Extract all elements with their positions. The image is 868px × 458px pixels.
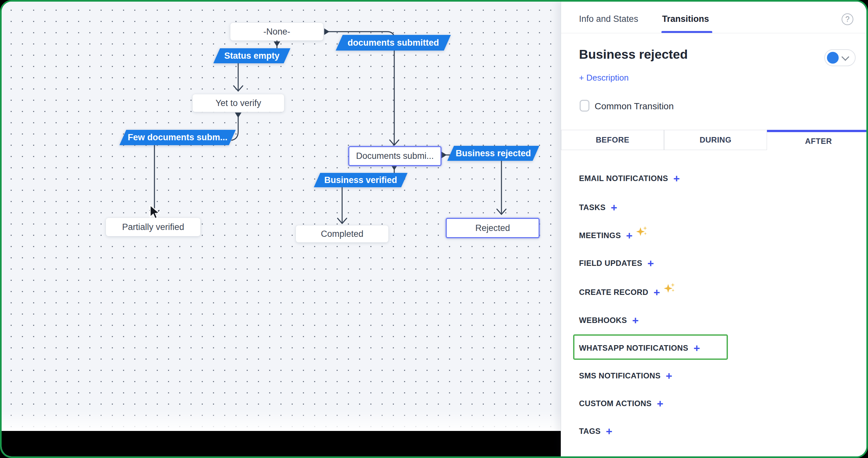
add-email-notification-button[interactable]: + xyxy=(673,174,680,182)
chevron-down-icon xyxy=(841,53,849,61)
tab-after[interactable]: AFTER xyxy=(767,130,868,150)
tab-before[interactable]: BEFORE xyxy=(561,130,664,150)
action-label: EMAIL NOTIFICATIONS xyxy=(579,174,668,183)
action-label: TASKS xyxy=(579,203,606,212)
transition-label-business-rejected[interactable]: Business rejected xyxy=(451,146,536,161)
add-webhook-button[interactable]: + xyxy=(632,316,639,324)
add-field-update-button[interactable]: + xyxy=(647,259,654,267)
transition-color-picker[interactable] xyxy=(824,49,856,66)
blueprint-canvas[interactable]: -None- Yet to verify Documents submi... … xyxy=(2,2,561,458)
action-label: WHATSAPP NOTIFICATIONS xyxy=(579,343,688,353)
action-label: TAGS xyxy=(579,427,601,436)
add-task-button[interactable]: + xyxy=(611,204,617,211)
window-frame: -None- Yet to verify Documents submi... … xyxy=(0,0,868,458)
transition-text: documents submitted xyxy=(348,38,439,48)
action-label: MEETINGS xyxy=(579,231,621,240)
tab-during[interactable]: DURING xyxy=(664,130,767,150)
action-row-sms-notifications: SMS NOTIFICATIONS + xyxy=(579,370,672,382)
action-row-tags: TAGS + xyxy=(579,425,612,437)
tab-transitions[interactable]: Transitions xyxy=(662,14,709,24)
action-label: WEBHOOKS xyxy=(579,316,627,325)
state-node-documents-submitted[interactable]: Documents submi... xyxy=(348,146,441,166)
status-color-dot xyxy=(827,52,839,64)
action-row-whatsapp-notifications: WHATSAPP NOTIFICATIONS + xyxy=(579,342,700,354)
transition-label-few-documents-submitted[interactable]: Few documents subm... xyxy=(123,130,232,145)
state-node-yet-to-verify[interactable]: Yet to verify xyxy=(192,94,284,112)
transition-label-documents-submitted[interactable]: documents submitted xyxy=(339,35,447,51)
add-whatsapp-notification-button[interactable]: + xyxy=(693,344,700,352)
action-row-field-updates: FIELD UPDATES + xyxy=(579,257,654,269)
tab-info-and-states[interactable]: Info and States xyxy=(579,14,638,24)
action-row-webhooks: WEBHOOKS + xyxy=(579,314,639,326)
mouse-cursor xyxy=(149,204,163,220)
help-icon[interactable]: ? xyxy=(842,13,853,25)
transition-label-status-empty[interactable]: Status empty xyxy=(217,48,287,63)
action-label: CUSTOM ACTIONS xyxy=(579,399,652,408)
action-label: SMS NOTIFICATIONS xyxy=(579,371,660,380)
blueprint-editor-window: -None- Yet to verify Documents submi... … xyxy=(0,0,868,458)
transition-text: Business verified xyxy=(324,175,397,185)
action-row-meetings: MEETINGS + xyxy=(579,230,648,241)
transition-settings-panel: Info and States Transitions ? Business r… xyxy=(561,2,868,458)
add-create-record-button[interactable]: + xyxy=(654,288,660,296)
sparkle-icon xyxy=(663,282,676,295)
transition-text: Few documents subm... xyxy=(128,133,227,143)
add-meeting-button[interactable]: + xyxy=(626,232,633,239)
header-divider xyxy=(561,33,868,33)
transition-text: Business rejected xyxy=(456,148,531,159)
add-sms-notification-button[interactable]: + xyxy=(666,372,672,380)
add-description-link[interactable]: + Description xyxy=(579,73,628,83)
common-transition-checkbox[interactable] xyxy=(580,100,589,112)
sparkle-icon xyxy=(635,225,648,238)
action-label: CREATE RECORD xyxy=(579,288,648,297)
state-node-rejected[interactable]: Rejected xyxy=(446,218,539,238)
state-node-none[interactable]: -None- xyxy=(230,23,323,40)
state-node-completed[interactable]: Completed xyxy=(296,225,389,242)
action-row-email-notifications: EMAIL NOTIFICATIONS + xyxy=(579,173,680,184)
add-custom-action-button[interactable]: + xyxy=(657,400,663,407)
add-tag-button[interactable]: + xyxy=(606,427,613,435)
phase-tab-bar: BEFORE DURING AFTER xyxy=(561,130,868,150)
action-label: FIELD UPDATES xyxy=(579,259,642,268)
transition-label-business-verified[interactable]: Business verified xyxy=(317,173,404,187)
action-row-custom-actions: CUSTOM ACTIONS + xyxy=(579,398,663,409)
state-node-partially-verified[interactable]: Partially verified xyxy=(106,218,200,236)
action-row-tasks: TASKS + xyxy=(579,202,617,213)
common-transition-label: Common Transition xyxy=(595,101,674,112)
page-title: Business rejected xyxy=(579,47,688,62)
transition-text: Status empty xyxy=(224,51,280,61)
action-row-create-record: CREATE RECORD + xyxy=(579,286,676,298)
